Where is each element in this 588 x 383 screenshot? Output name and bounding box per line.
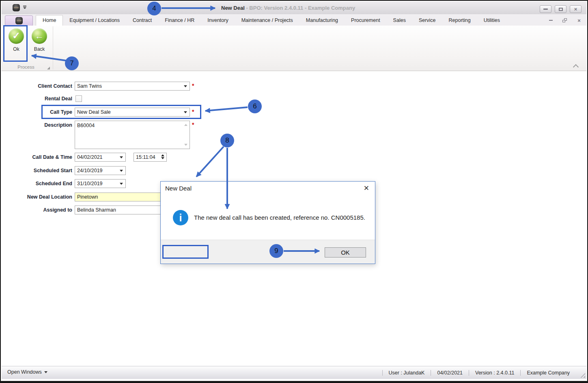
required-marker: * bbox=[192, 82, 194, 89]
ribbon: ✓ Ok ← Back Process bbox=[2, 26, 586, 71]
maximize-icon bbox=[559, 8, 563, 11]
chevron-down-icon bbox=[184, 85, 187, 87]
close-button[interactable]: × bbox=[570, 5, 582, 13]
mdi-restore-icon bbox=[562, 18, 567, 22]
chevron-down-icon bbox=[184, 111, 187, 113]
status-user: User : JulandaK bbox=[382, 370, 431, 376]
ribbon-tabs: Home Equipment / Locations Contract Fina… bbox=[36, 15, 506, 26]
annotation-step-8: 8 bbox=[220, 134, 234, 147]
client-contact-combobox[interactable]: Sam Twins bbox=[75, 82, 190, 91]
scroll-down-icon[interactable] bbox=[184, 144, 187, 146]
tab-reporting[interactable]: Reporting bbox=[442, 15, 477, 26]
tab-contract[interactable]: Contract bbox=[126, 15, 158, 26]
mdi-close-icon: × bbox=[577, 18, 581, 23]
tab-equipment-locations[interactable]: Equipment / Locations bbox=[63, 15, 126, 26]
call-type-value: New Deal Sale bbox=[77, 109, 111, 115]
window-frame: New Deal - BPO: Version 2.4.0.11 - Examp… bbox=[0, 0, 588, 383]
annotation-step-7: 7 bbox=[65, 56, 79, 70]
call-date-time-label: Call Date & Time bbox=[1, 153, 72, 162]
annotation-step-9: 9 bbox=[269, 244, 283, 258]
call-time-value: 15:11:04 bbox=[136, 154, 155, 160]
ribbon-tab-row: Home Equipment / Locations Contract Fina… bbox=[2, 14, 586, 26]
close-icon: × bbox=[574, 6, 577, 12]
required-marker: * bbox=[192, 121, 194, 128]
status-company: Example Company bbox=[520, 370, 576, 376]
annotation-step-6: 6 bbox=[248, 100, 262, 113]
scheduled-end-label: Scheduled End bbox=[1, 179, 72, 188]
scroll-up-icon[interactable] bbox=[184, 124, 187, 126]
chevron-down-icon bbox=[120, 183, 123, 185]
back-button[interactable]: ← Back bbox=[28, 27, 50, 59]
call-time-spinner[interactable]: 15:11:04 bbox=[134, 153, 167, 162]
client-contact-label: Client Contact bbox=[1, 82, 72, 91]
call-type-combobox[interactable]: New Deal Sale bbox=[75, 108, 190, 117]
mdi-restore-button[interactable] bbox=[560, 17, 569, 24]
chevron-down-icon bbox=[120, 170, 123, 172]
call-date-value: 04/02/2021 bbox=[77, 154, 103, 160]
tab-service[interactable]: Service bbox=[412, 15, 442, 26]
new-deal-location-value: Pinetown bbox=[77, 194, 98, 200]
client-contact-value: Sam Twins bbox=[77, 83, 102, 89]
scheduled-start-picker[interactable]: 24/10/2019 bbox=[75, 166, 126, 175]
open-windows-button[interactable]: Open Windows bbox=[7, 369, 47, 375]
maximize-button[interactable] bbox=[555, 5, 566, 13]
application-menu-button[interactable] bbox=[5, 15, 33, 26]
ok-check-icon: ✓ bbox=[9, 28, 24, 44]
dialog-message: The new deal call has been created, refe… bbox=[194, 214, 365, 221]
rental-deal-checkbox[interactable] bbox=[75, 95, 82, 102]
app-logo-icon bbox=[13, 4, 20, 11]
quick-access-chevron-icon[interactable] bbox=[23, 6, 26, 9]
ok-button-label: Ok bbox=[5, 46, 27, 52]
back-arrow-icon: ← bbox=[32, 28, 47, 44]
open-windows-label: Open Windows bbox=[7, 369, 42, 375]
status-date: 04/02/2021 bbox=[431, 370, 469, 376]
required-marker: * bbox=[192, 108, 194, 115]
status-bar: Open Windows User : JulandaK 04/02/2021 … bbox=[2, 366, 586, 379]
assigned-to-label: Assigned to bbox=[1, 206, 72, 214]
tab-procurement[interactable]: Procurement bbox=[345, 15, 387, 26]
tab-home[interactable]: Home bbox=[36, 15, 63, 26]
info-icon: i bbox=[173, 210, 188, 225]
window-title-secondary: - BPO: Version 2.4.0.11 - Example Compan… bbox=[245, 5, 355, 11]
call-date-picker[interactable]: 04/02/2021 bbox=[75, 153, 126, 162]
mdi-close-button[interactable]: × bbox=[575, 17, 584, 24]
dialog-title: New Deal bbox=[165, 185, 192, 192]
chevron-down-icon bbox=[120, 156, 123, 158]
scheduled-end-picker[interactable]: 31/10/2019 bbox=[75, 179, 126, 188]
tab-manufacturing[interactable]: Manufacturing bbox=[299, 15, 345, 26]
spinner-arrows-icon[interactable] bbox=[161, 154, 164, 159]
app-logo-icon bbox=[15, 17, 23, 24]
description-textarea[interactable]: B60004 bbox=[75, 121, 190, 149]
mdi-minimize-button[interactable] bbox=[546, 17, 555, 24]
new-deal-location-label: New Deal Location bbox=[1, 193, 72, 201]
tab-inventory[interactable]: Inventory bbox=[201, 15, 235, 26]
tab-sales[interactable]: Sales bbox=[387, 15, 412, 26]
window-title-primary: New Deal bbox=[221, 5, 245, 11]
ribbon-group-separator bbox=[53, 26, 53, 69]
tab-utilities[interactable]: Utilities bbox=[477, 15, 506, 26]
back-button-label: Back bbox=[28, 46, 50, 52]
new-deal-dialog: New Deal ✕ i The new deal call has been … bbox=[160, 181, 375, 264]
resize-grip[interactable] bbox=[580, 372, 585, 378]
titlebar: New Deal - BPO: Version 2.4.0.11 - Examp… bbox=[2, 2, 586, 14]
tab-maintenance-projects[interactable]: Maintenance / Projects bbox=[235, 15, 299, 26]
tab-finance-hr[interactable]: Finance / HR bbox=[158, 15, 201, 26]
scheduled-end-value: 31/10/2019 bbox=[77, 181, 103, 186]
scheduled-start-label: Scheduled Start bbox=[1, 166, 72, 175]
minimize-button[interactable] bbox=[540, 5, 551, 13]
assigned-to-value: Belinda Sharman bbox=[77, 207, 116, 213]
dialog-ok-button[interactable]: OK bbox=[325, 247, 366, 257]
chevron-down-icon bbox=[44, 371, 47, 373]
status-version: Version : 2.4.0.11 bbox=[469, 370, 520, 376]
rental-deal-label: Rental Deal bbox=[1, 94, 72, 103]
ribbon-group-label: Process bbox=[2, 65, 50, 69]
group-dialog-launcher-icon[interactable] bbox=[47, 67, 50, 69]
ok-button[interactable]: ✓ Ok bbox=[5, 27, 27, 59]
ribbon-collapse-chevron-icon[interactable] bbox=[573, 64, 578, 68]
scheduled-start-value: 24/10/2019 bbox=[77, 168, 103, 173]
call-type-label: Call Type bbox=[1, 108, 72, 117]
minimize-icon bbox=[543, 9, 548, 10]
status-bar-right: User : JulandaK 04/02/2021 Version : 2.4… bbox=[382, 366, 576, 379]
mdi-minimize-icon bbox=[549, 20, 553, 21]
dialog-close-icon[interactable]: ✕ bbox=[364, 184, 369, 193]
